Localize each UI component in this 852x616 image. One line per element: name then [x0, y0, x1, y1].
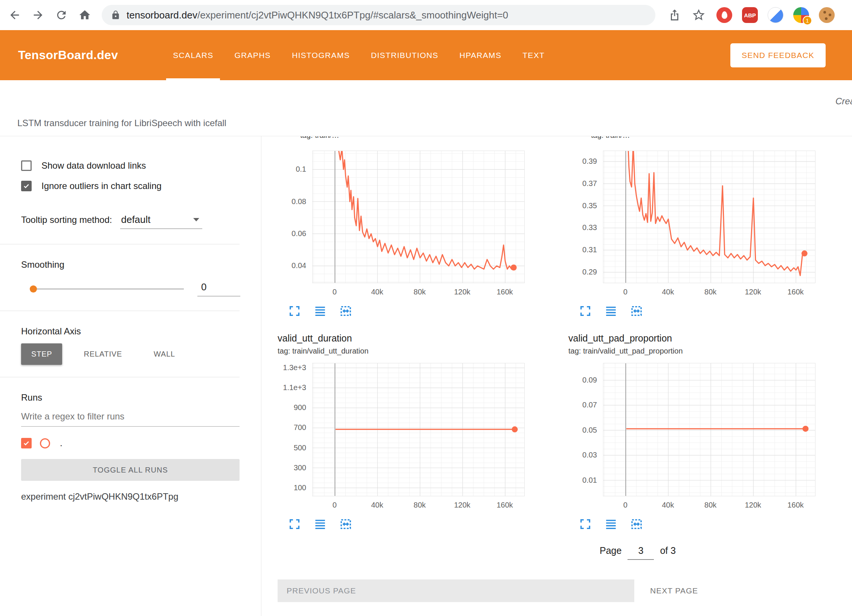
toggle-y-axis-button[interactable] [605, 517, 618, 531]
toggle-all-runs-button[interactable]: TOGGLE ALL RUNS [21, 459, 240, 481]
runs-filter-input[interactable] [21, 411, 240, 427]
tooltip-sorting-value: default [121, 214, 150, 226]
line-chart-plot[interactable] [312, 151, 525, 283]
tab-graphs[interactable]: GRAPHS [228, 30, 278, 80]
browser-bar: tensorboard.dev/experiment/cj2vtPiwQHKN9… [0, 0, 852, 30]
pager-buttons: PREVIOUS PAGE NEXT PAGE [278, 579, 852, 602]
chart-card: tag: train/… 0.040.060.080.1 040k80k120k… [278, 136, 525, 318]
pagination: Page 3 of 3 [600, 545, 852, 560]
check-icon [23, 439, 30, 447]
fit-domain-icon [339, 305, 352, 317]
run-checkbox[interactable] [21, 438, 32, 448]
lines-icon [605, 518, 617, 531]
toggle-y-axis-button[interactable] [314, 517, 327, 531]
smoothing-value-input[interactable]: 0 [197, 281, 240, 296]
experiment-description: LSTM transducer training for LibriSpeech… [17, 118, 226, 128]
lines-icon [314, 305, 327, 317]
previous-page-button[interactable]: PREVIOUS PAGE [278, 579, 634, 602]
smoothing-slider[interactable] [33, 288, 184, 290]
chart-actions [288, 304, 525, 318]
back-arrow-icon [8, 9, 21, 21]
check-icon [23, 182, 30, 190]
tab-distributions[interactable]: DISTRIBUTIONS [364, 30, 445, 80]
brand-logo[interactable]: TensorBoard.dev [18, 48, 118, 62]
reload-icon [55, 9, 68, 21]
forward-button[interactable] [32, 8, 46, 22]
home-button[interactable] [78, 8, 93, 22]
tab-text[interactable]: TEXT [516, 30, 551, 80]
adblocker-extension-icon[interactable] [716, 7, 732, 23]
y-axis-labels: 1003005007009001.1e+31.3e+3 [278, 363, 312, 496]
tooltip-sorting-row: Tooltip sorting method: default [21, 214, 261, 229]
next-page-button[interactable]: NEXT PAGE [648, 586, 700, 596]
axis-wall-button[interactable]: WALL [144, 343, 185, 365]
address-bar[interactable]: tensorboard.dev/experiment/cj2vtPiwQHKN9… [102, 5, 655, 25]
fit-domain-icon [339, 518, 352, 531]
ignore-outliers-checkbox[interactable] [21, 181, 32, 191]
toggle-y-axis-button[interactable] [314, 304, 327, 318]
tooltip-sorting-label: Tooltip sorting method: [21, 215, 112, 225]
home-icon [78, 9, 91, 21]
chart-actions [579, 517, 815, 531]
x-axis-labels: 040k80k120k160k [312, 496, 525, 509]
expand-chart-button[interactable] [579, 304, 592, 318]
bookmark-button[interactable] [692, 8, 707, 22]
share-button[interactable] [668, 8, 683, 22]
lock-icon [111, 10, 121, 20]
subheader: Crea LSTM transducer training for LibriS… [0, 80, 852, 136]
profile-avatar[interactable]: 1 [793, 7, 809, 23]
line-chart-plot[interactable] [603, 363, 815, 496]
chart-tag: tag: train/valid_utt_duration [278, 347, 525, 355]
chevron-down-icon [193, 218, 199, 221]
run-row[interactable]: . [21, 438, 261, 448]
fit-domain-button[interactable] [339, 517, 353, 531]
experiment-id: experiment cj2vtPiwQHKN9Q1tx6PTpg [21, 491, 261, 502]
tab-scalars[interactable]: SCALARS [166, 30, 220, 80]
back-button[interactable] [8, 8, 23, 22]
x-axis-labels: 040k80k120k160k [603, 496, 815, 509]
axis-relative-button[interactable]: RELATIVE [73, 343, 132, 365]
url-text: tensorboard.dev/experiment/cj2vtPiwQHKN9… [127, 9, 508, 21]
fit-domain-button[interactable] [630, 304, 644, 318]
reload-button[interactable] [55, 8, 69, 22]
show-download-links-row[interactable]: Show data download links [21, 160, 261, 171]
show-download-links-checkbox[interactable] [21, 160, 32, 171]
expand-chart-button[interactable] [288, 517, 302, 531]
chart-actions [288, 517, 525, 531]
url-path: /experiment/cj2vtPiwQHKN9Q1tx6PTpg/#scal… [197, 9, 508, 21]
fit-domain-button[interactable] [630, 517, 644, 531]
x-axis-labels: 040k80k120k160k [603, 283, 815, 296]
smoothing-slider-row: 0 [21, 281, 261, 296]
fit-domain-icon [630, 518, 643, 531]
expand-chart-button[interactable] [579, 517, 592, 531]
chart-tag: tag: train/valid_utt_pad_proportion [568, 347, 815, 355]
expand-icon [288, 305, 301, 317]
line-chart-plot[interactable] [312, 363, 525, 496]
page-number-input[interactable]: 3 [628, 545, 654, 560]
settings-sidebar: Show data download links Ignore outliers… [0, 136, 261, 616]
page-total-label: of 3 [660, 545, 676, 556]
created-text-clipped: Crea [835, 96, 852, 107]
line-chart-plot[interactable] [603, 151, 815, 283]
slider-thumb[interactable] [30, 285, 37, 293]
tooltip-sorting-select[interactable]: default [120, 214, 202, 229]
extension-icon[interactable] [768, 7, 783, 23]
axis-step-button[interactable]: STEP [21, 343, 62, 365]
send-feedback-button[interactable]: SEND FEEDBACK [730, 43, 826, 67]
expand-icon [579, 305, 592, 317]
tab-hparams[interactable]: HPARAMS [453, 30, 508, 80]
lines-icon [605, 305, 617, 317]
tab-histograms[interactable]: HISTOGRAMS [285, 30, 357, 80]
show-download-links-label: Show data download links [41, 160, 146, 171]
ignore-outliers-label: Ignore outliers in chart scaling [41, 181, 162, 191]
abp-extension-icon[interactable]: ABP [742, 7, 758, 23]
expand-chart-button[interactable] [288, 304, 302, 318]
charts-row-2: valid_utt_duration tag: train/valid_utt_… [278, 333, 852, 531]
page-label: Page [600, 545, 621, 556]
notification-badge: 1 [803, 16, 812, 25]
ignore-outliers-row[interactable]: Ignore outliers in chart scaling [21, 181, 261, 191]
lines-icon [314, 518, 327, 531]
fit-domain-button[interactable] [339, 304, 353, 318]
toggle-y-axis-button[interactable] [605, 304, 618, 318]
cookie-extension-icon[interactable] [819, 7, 835, 23]
